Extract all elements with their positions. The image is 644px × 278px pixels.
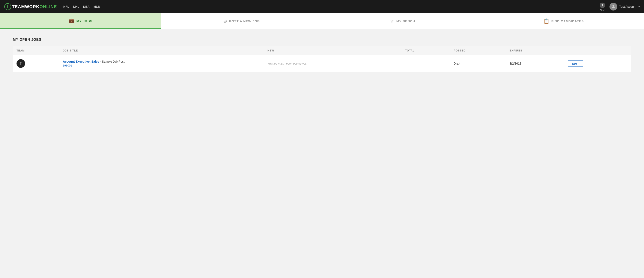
- col-team: TEAM: [13, 46, 60, 55]
- col-expires: EXPIRES: [506, 46, 564, 55]
- logo-teamwork-text: TEAMWORK: [12, 4, 40, 9]
- logo-online-text: ONLINE: [40, 4, 57, 9]
- table-header-row: TEAM JOB TITLE NEW TOTAL POSTED EXPIRES: [13, 46, 631, 55]
- job-title-wrapper: Account Executive, Sales - Sample Job Po…: [63, 60, 261, 67]
- job-separator: -: [99, 60, 102, 63]
- help-icon: ?: [600, 3, 605, 8]
- job-sample-text: Sample Job Post: [102, 60, 124, 63]
- jobs-table: TEAM JOB TITLE NEW TOTAL POSTED EXPIRES …: [13, 46, 631, 72]
- plus-icon: ⊕: [223, 19, 227, 24]
- job-id[interactable]: 193001: [63, 64, 124, 67]
- col-new: NEW: [264, 46, 402, 55]
- header-left: T TEAMWORKONLINE NFL NHL NBA MLB: [4, 3, 100, 10]
- job-title-link[interactable]: Account Executive, Sales: [63, 60, 99, 63]
- table-row: T Account Executive, Sales - Sample Job …: [13, 55, 631, 72]
- user-name: Test Account: [619, 5, 636, 8]
- col-posted: POSTED: [450, 46, 506, 55]
- logo[interactable]: T TEAMWORKONLINE: [4, 3, 57, 10]
- team-cell: T: [13, 55, 60, 72]
- col-total: TOTAL: [402, 46, 450, 55]
- tab-navigation: 💼 MY JOBS ⊕ POST A NEW JOB ☆ MY BENCH 📋 …: [0, 13, 644, 29]
- posted-cell: Draft: [450, 55, 506, 72]
- nav-nba[interactable]: NBA: [83, 5, 90, 8]
- nav-nhl[interactable]: NHL: [73, 5, 79, 8]
- star-icon: ☆: [390, 19, 394, 24]
- not-posted-text: This job hasn't been posted yet.: [268, 62, 307, 65]
- help-label: HELP: [600, 9, 605, 11]
- team-avatar: T: [16, 59, 25, 68]
- job-title-line: Account Executive, Sales - Sample Job Po…: [63, 60, 124, 63]
- chevron-down-icon: ▾: [638, 5, 640, 8]
- col-job-title: JOB TITLE: [60, 46, 264, 55]
- total-cell: [402, 55, 450, 72]
- logo-bracket-icon: T: [4, 3, 11, 10]
- tab-my-bench-label: MY BENCH: [396, 19, 415, 23]
- section-title: MY OPEN JOBS: [13, 38, 631, 42]
- briefcase-icon: 💼: [68, 18, 74, 24]
- header-right: ? HELP Test Account ▾: [600, 3, 640, 11]
- main-content: MY OPEN JOBS TEAM JOB TITLE NEW TOTAL PO…: [0, 29, 644, 80]
- job-title-cell: Account Executive, Sales - Sample Job Po…: [60, 55, 264, 72]
- tab-post-a-new-job[interactable]: ⊕ POST A NEW JOB: [161, 13, 322, 29]
- tab-my-jobs[interactable]: 💼 MY JOBS: [0, 13, 161, 29]
- tab-find-candidates-label: FIND CANDIDATES: [552, 19, 584, 23]
- avatar: [610, 3, 617, 11]
- nav-nfl[interactable]: NFL: [64, 5, 69, 8]
- job-title-info: Account Executive, Sales - Sample Job Po…: [63, 60, 124, 67]
- tab-my-bench[interactable]: ☆ MY BENCH: [322, 13, 483, 29]
- user-menu[interactable]: Test Account ▾: [610, 3, 640, 11]
- nav-mlb[interactable]: MLB: [94, 5, 100, 8]
- expires-cell: 3/2/2018: [506, 55, 564, 72]
- header: T TEAMWORKONLINE NFL NHL NBA MLB ? HELP …: [0, 0, 644, 13]
- edit-button[interactable]: EDIT: [568, 61, 583, 67]
- actions-cell: EDIT: [564, 55, 631, 72]
- main-nav: NFL NHL NBA MLB: [64, 5, 100, 8]
- clipboard-icon: 📋: [544, 19, 549, 24]
- new-cell: This job hasn't been posted yet.: [264, 55, 402, 72]
- col-actions: [564, 46, 631, 55]
- tab-find-candidates[interactable]: 📋 FIND CANDIDATES: [483, 13, 644, 29]
- tab-my-jobs-label: MY JOBS: [76, 19, 92, 23]
- tab-post-job-label: POST A NEW JOB: [229, 19, 260, 23]
- help-button[interactable]: ? HELP: [600, 3, 605, 11]
